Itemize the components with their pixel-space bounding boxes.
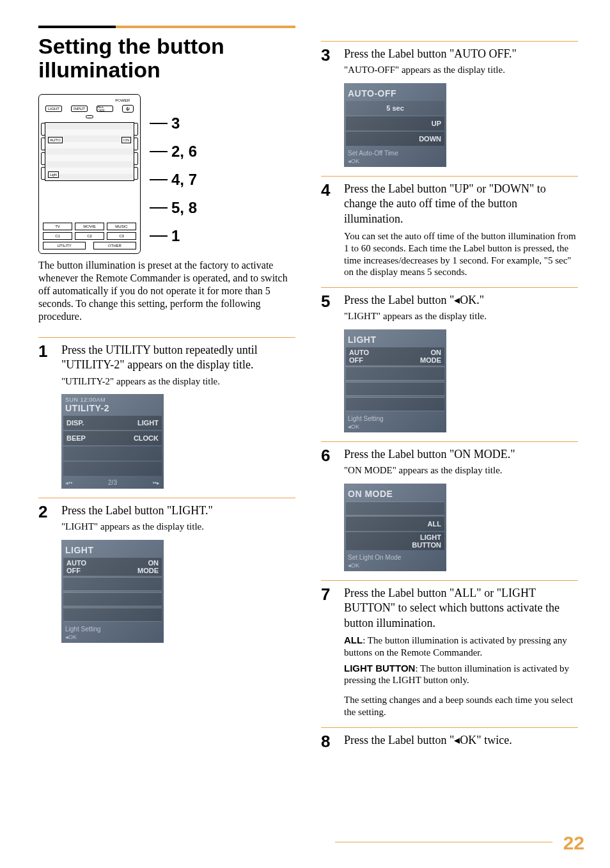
ir-led	[86, 115, 93, 118]
step-2-sub: "LIGHT" appears as the display title.	[61, 521, 295, 533]
side-buttons-right	[134, 123, 138, 187]
step-number-7: 7	[321, 586, 335, 718]
page-number-rule	[335, 842, 552, 842]
lcd-light-2: LIGHT AUTO OFFON MODE Light Setting ◂OK	[344, 329, 446, 432]
step-1-sub: "UTILITY-2" appears as the display title…	[61, 375, 295, 388]
input-button: INPUT	[71, 106, 88, 112]
remote-outline: POWER LIGHT INPUT ALL OFF ⏻ AUTO ON Ligh…	[38, 94, 141, 254]
step-2-text: Press the Label button "LIGHT."	[61, 503, 295, 518]
step-4-note: You can set the auto off time of the but…	[344, 230, 578, 278]
lcd-footer: Set Light On Mode	[344, 552, 446, 561]
lcd-title: LIGHT	[344, 331, 446, 347]
divider	[38, 337, 295, 338]
divider	[321, 441, 578, 442]
step-7-def-lb: LIGHT BUTTON: The button illumination is…	[344, 663, 578, 687]
step-7-note2: The setting changes and a beep sounds ea…	[344, 694, 578, 718]
intro-paragraph: The button illumination is preset at the…	[38, 259, 295, 323]
mode-c1: C1	[43, 232, 72, 240]
mode-movie: MOVIE	[75, 223, 104, 230]
power-icon: ⏻	[122, 105, 134, 113]
soft-light: Light	[48, 171, 59, 178]
step-6-sub: "ON MODE" appears as the display title.	[344, 464, 578, 477]
lcd-title: AUTO-OFF	[344, 84, 446, 101]
step-1-text: Press the UTILITY button repeatedly unti…	[61, 343, 295, 373]
callout-numbers: 3 2, 6 4, 7 5, 8 1	[150, 114, 197, 245]
step-number-3: 3	[321, 47, 335, 77]
step-7-text: Press the Label button "ALL" or "LIGHT B…	[344, 586, 578, 631]
step-number-8: 8	[321, 733, 335, 750]
step-number-6: 6	[321, 447, 335, 477]
step-3-text: Press the Label button "AUTO OFF."	[344, 47, 578, 61]
page-title: Setting the button illumination	[38, 35, 295, 83]
heading-rule	[38, 26, 295, 28]
mode-other: OTHER	[93, 242, 136, 249]
divider	[321, 580, 578, 581]
step-8-text: Press the Label button "◂OK" twice.	[344, 733, 578, 748]
step-3-sub: "AUTO-OFF" appears as the display title.	[344, 64, 578, 77]
remote-screen: AUTO ON Light	[45, 122, 134, 181]
lcd-title: UTILITY-2	[61, 403, 164, 416]
lcd-on-mode: ON MODE ALL LIGHT BUTTON Set Light On Mo…	[344, 484, 446, 571]
mode-c2: C2	[75, 232, 104, 240]
step-number-1: 1	[38, 343, 52, 388]
divider	[38, 498, 295, 498]
callout-4-7: 4, 7	[171, 171, 197, 189]
lcd-auto-off: AUTO-OFF 5 sec UP DOWN Set Auto-Off Time…	[344, 83, 446, 167]
lcd-time: SUN 12:00AM	[65, 397, 106, 403]
step-5-text: Press the Label button "◂OK."	[344, 293, 578, 308]
mode-c3: C3	[107, 232, 136, 240]
step-7-def-all: ALL: The button illumination is activate…	[344, 635, 578, 659]
page-number: 22	[563, 832, 584, 854]
alloff-button: ALL OFF	[97, 106, 113, 112]
callout-5-8: 5, 8	[171, 199, 197, 217]
callout-1: 1	[171, 227, 180, 245]
step-number-2: 2	[38, 503, 52, 533]
divider	[321, 41, 578, 42]
divider	[321, 727, 578, 728]
divider	[321, 287, 578, 288]
callout-3: 3	[171, 114, 180, 132]
lcd-utility-2: SUN 12:00AM UTILITY-2 DISP.LIGHT BEEPCLO…	[61, 394, 164, 489]
lcd-title: ON MODE	[344, 485, 446, 501]
step-5-sub: "LIGHT" appears as the display title.	[344, 310, 578, 323]
divider	[321, 176, 578, 177]
lcd-footer: Light Setting	[344, 413, 446, 422]
step-6-text: Press the Label button "ON MODE."	[344, 447, 578, 462]
lcd-title: LIGHT	[61, 541, 164, 558]
mode-tv: TV	[43, 223, 72, 230]
callout-2-6: 2, 6	[171, 143, 197, 161]
remote-diagram: POWER LIGHT INPUT ALL OFF ⏻ AUTO ON Ligh…	[38, 94, 295, 254]
lcd-footer: Light Setting	[61, 624, 164, 633]
mode-music: MUSIC	[107, 223, 136, 230]
mode-utility: UTILITY	[43, 242, 86, 249]
step-4-text: Press the Label button "UP" or "DOWN" to…	[344, 182, 578, 226]
soft-on: ON	[121, 137, 131, 143]
step-number-4: 4	[321, 182, 335, 278]
lcd-light-1: LIGHT AUTO OFFON MODE Light Setting ◂OK	[61, 540, 164, 643]
lcd-footer: Set Auto-Off Time	[344, 148, 446, 157]
step-number-5: 5	[321, 293, 335, 323]
light-button: LIGHT	[45, 106, 62, 112]
soft-auto: AUTO	[48, 137, 63, 143]
